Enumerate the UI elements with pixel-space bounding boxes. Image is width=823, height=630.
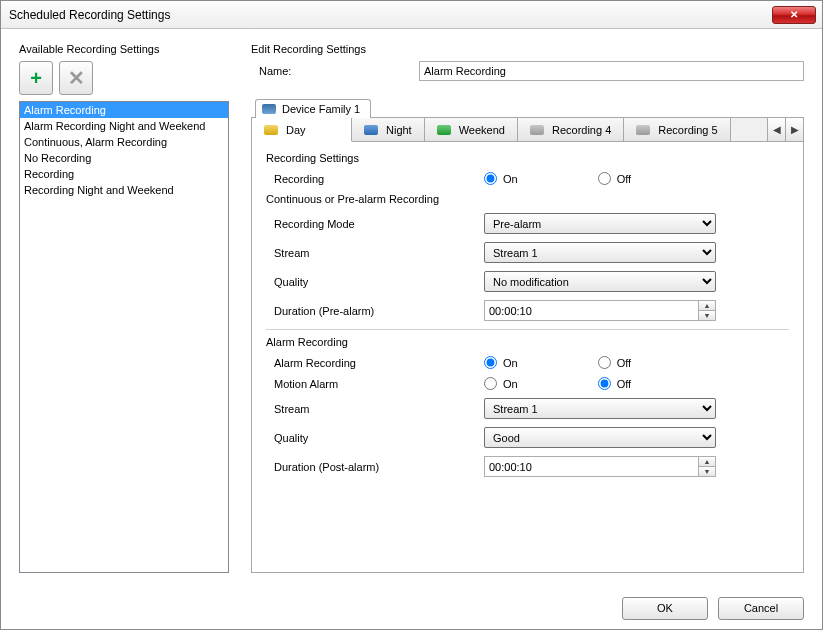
recording-off-option[interactable]: Off [598, 172, 631, 185]
stream-select[interactable]: Stream 1 [484, 242, 716, 263]
delete-button[interactable]: ✕ [59, 61, 93, 95]
recording-on-radio[interactable] [484, 172, 497, 185]
recording-icon [636, 125, 650, 135]
spin-up[interactable]: ▲ [699, 457, 715, 467]
off-label: Off [617, 173, 631, 185]
tab-scroll-left[interactable]: ◀ [767, 118, 785, 141]
ok-button[interactable]: OK [622, 597, 708, 620]
recording-tab-label: Recording 4 [552, 124, 611, 136]
plus-icon: + [30, 67, 42, 90]
duration-post-input[interactable] [484, 456, 698, 477]
continuous-legend: Continuous or Pre-alarm Recording [266, 193, 789, 205]
dialog-window: Scheduled Recording Settings ✕ Available… [0, 0, 823, 630]
list-item[interactable]: No Recording [20, 150, 228, 166]
device-icon [262, 104, 276, 114]
off-label: Off [617, 357, 631, 369]
alarm-on-radio[interactable] [484, 356, 497, 369]
recording-tab-content: Recording Settings Recording On Off [252, 142, 803, 572]
alarm-off-option[interactable]: Off [598, 356, 631, 369]
name-input[interactable] [419, 61, 804, 81]
stream-row: Stream Stream 1 [266, 242, 789, 263]
alarm-off-radio[interactable] [598, 356, 611, 369]
recording-tab[interactable]: Day [252, 118, 352, 142]
dialog-body: Available Recording Settings + ✕ Alarm R… [1, 29, 822, 587]
recording-tab-label: Day [286, 124, 306, 136]
recording-row: Recording On Off [266, 172, 789, 185]
mode-select[interactable]: Pre-alarm [484, 213, 716, 234]
duration-post-label: Duration (Post-alarm) [274, 461, 484, 473]
alarm-rec-label: Alarm Recording [274, 357, 484, 369]
off-label: Off [617, 378, 631, 390]
name-label: Name: [259, 65, 419, 77]
chevron-right-icon: ▶ [791, 124, 799, 135]
motion-label: Motion Alarm [274, 378, 484, 390]
recording-tab[interactable]: Recording 4 [518, 118, 624, 141]
recording-tab-label: Night [386, 124, 412, 136]
alarm-stream-row: Stream Stream 1 [266, 398, 789, 419]
spin-down[interactable]: ▼ [699, 467, 715, 476]
alarm-rec-row: Alarm Recording On Off [266, 356, 789, 369]
recording-icon [530, 125, 544, 135]
recording-off-radio[interactable] [598, 172, 611, 185]
device-tab[interactable]: Device Family 1 [255, 99, 371, 118]
device-tabstrip: Device Family 1 [251, 99, 804, 117]
list-toolbar: + ✕ [19, 61, 229, 95]
chevron-left-icon: ◀ [773, 124, 781, 135]
list-item[interactable]: Recording Night and Weekend [20, 182, 228, 198]
quality-label: Quality [274, 276, 484, 288]
recording-tab[interactable]: Weekend [425, 118, 518, 141]
add-button[interactable]: + [19, 61, 53, 95]
recording-tab[interactable]: Night [352, 118, 425, 141]
list-item[interactable]: Recording [20, 166, 228, 182]
mode-row: Recording Mode Pre-alarm [266, 213, 789, 234]
spin-up[interactable]: ▲ [699, 301, 715, 311]
edit-settings-legend: Edit Recording Settings [251, 43, 804, 55]
recording-tab[interactable]: Recording 5 [624, 118, 730, 141]
recording-icon [437, 125, 451, 135]
device-panel: DayNightWeekendRecording 4Recording 5 ◀ … [251, 117, 804, 573]
recording-tabstrip: DayNightWeekendRecording 4Recording 5 ◀ … [252, 118, 803, 142]
on-label: On [503, 357, 518, 369]
window-title: Scheduled Recording Settings [9, 8, 772, 22]
motion-off-radio[interactable] [598, 377, 611, 390]
quality-row: Quality No modification [266, 271, 789, 292]
duration-pre-input[interactable] [484, 300, 698, 321]
list-item[interactable]: Alarm Recording [20, 102, 228, 118]
edit-settings-panel: Edit Recording Settings Name: Device Fam… [251, 43, 804, 573]
duration-pre-label: Duration (Pre-alarm) [274, 305, 484, 317]
device-tab-label: Device Family 1 [282, 103, 360, 115]
motion-on-option[interactable]: On [484, 377, 518, 390]
quality-select[interactable]: No modification [484, 271, 716, 292]
available-settings-legend: Available Recording Settings [19, 43, 229, 55]
alarm-quality-label: Quality [274, 432, 484, 444]
alarm-on-option[interactable]: On [484, 356, 518, 369]
spin-down[interactable]: ▼ [699, 311, 715, 320]
recording-tab-label: Weekend [459, 124, 505, 136]
recording-icon [264, 125, 278, 135]
list-item[interactable]: Continuous, Alarm Recording [20, 134, 228, 150]
duration-pre-row: Duration (Pre-alarm) ▲ ▼ [266, 300, 789, 321]
x-icon: ✕ [68, 66, 85, 90]
alarm-quality-row: Quality Good [266, 427, 789, 448]
alarm-stream-select[interactable]: Stream 1 [484, 398, 716, 419]
recording-tab-label: Recording 5 [658, 124, 717, 136]
close-button[interactable]: ✕ [772, 6, 816, 24]
alarm-stream-label: Stream [274, 403, 484, 415]
on-label: On [503, 378, 518, 390]
list-item[interactable]: Alarm Recording Night and Weekend [20, 118, 228, 134]
recording-on-option[interactable]: On [484, 172, 518, 185]
recording-label: Recording [274, 173, 484, 185]
duration-post-row: Duration (Post-alarm) ▲ ▼ [266, 456, 789, 477]
cancel-button[interactable]: Cancel [718, 597, 804, 620]
tab-scroll-right[interactable]: ▶ [785, 118, 803, 141]
name-row: Name: [251, 61, 804, 81]
motion-row: Motion Alarm On Off [266, 377, 789, 390]
motion-off-option[interactable]: Off [598, 377, 631, 390]
close-icon: ✕ [790, 10, 798, 20]
motion-on-radio[interactable] [484, 377, 497, 390]
alarm-quality-select[interactable]: Good [484, 427, 716, 448]
recording-settings-legend: Recording Settings [266, 152, 789, 164]
settings-listbox[interactable]: Alarm RecordingAlarm Recording Night and… [19, 101, 229, 573]
on-label: On [503, 173, 518, 185]
stream-label: Stream [274, 247, 484, 259]
